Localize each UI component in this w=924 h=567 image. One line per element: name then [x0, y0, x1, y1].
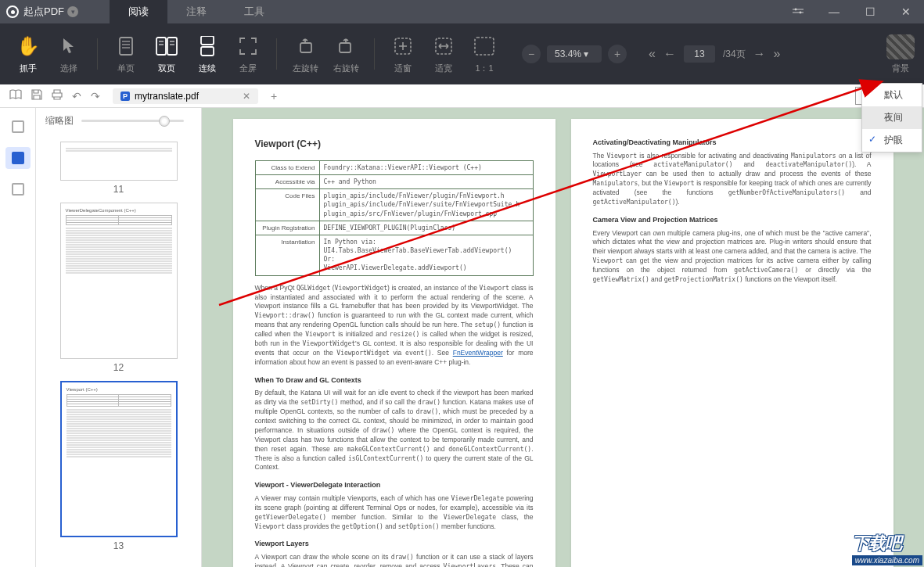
subheading: When To Draw and GL Contexts — [255, 375, 534, 386]
background-menu: 默认 夜间 ✓护眼 — [861, 83, 922, 153]
fit-width-tool[interactable]: 适宽 — [425, 27, 462, 81]
page-total: /34页 — [723, 48, 746, 61]
rotate-right-tool[interactable]: 右旋转 — [327, 27, 365, 81]
maximize-button[interactable]: ☐ — [858, 0, 882, 23]
svg-rect-14 — [300, 43, 311, 52]
slider-handle-icon[interactable] — [159, 116, 170, 127]
rotate-right-icon — [336, 34, 355, 58]
double-page-tool[interactable]: 双页 — [148, 27, 185, 81]
svg-rect-6 — [156, 38, 166, 55]
fullscreen-tool[interactable]: 全屏 — [229, 27, 267, 81]
subheading: Camera View and Projection Matrices — [593, 215, 872, 225]
rail-outline-button[interactable] — [5, 116, 31, 138]
fit-width-icon — [434, 34, 453, 58]
zoom-out-button[interactable]: − — [522, 45, 541, 63]
svg-rect-7 — [167, 38, 177, 55]
hand-tool[interactable]: ✋抓手 — [9, 27, 47, 81]
subheading: Activating/Deactivating Manipulators — [593, 138, 872, 148]
bg-night-option[interactable]: 夜间 — [862, 106, 922, 129]
zoom-in-button[interactable]: + — [608, 45, 627, 63]
mode-tabs: 阅读 注释 工具 — [110, 0, 283, 23]
background-icon — [886, 34, 915, 59]
title-dropdown-icon[interactable]: ▾ — [67, 6, 78, 17]
zoom-value[interactable]: 53.4% ▾ — [547, 45, 602, 63]
rotate-left-tool[interactable]: 左旋转 — [286, 27, 324, 81]
subheading: Viewport - ViewerDelegate Interaction — [255, 480, 534, 490]
fit-window-tool[interactable]: 适窗 — [384, 27, 422, 81]
body-text: By default, the Katana UI will wait for … — [255, 389, 534, 472]
svg-point-1 — [800, 12, 802, 14]
continuous-tool[interactable]: 连续 — [189, 27, 226, 81]
window-controls: — ☐ ✕ — [786, 0, 918, 23]
print-icon[interactable] — [49, 89, 66, 102]
close-button[interactable]: ✕ — [894, 0, 918, 23]
prev-page-button[interactable]: ← — [663, 47, 676, 61]
select-tool[interactable]: 选择 — [50, 27, 88, 81]
page-navigation: « ← /34页 → » — [649, 45, 781, 63]
thumbnail-13[interactable]: Viewport (C++) — [60, 381, 178, 537]
title-bar: 起点PDF ▾ 阅读 注释 工具 — ☐ ✕ — [0, 0, 924, 23]
tab-read[interactable]: 阅读 — [110, 0, 167, 23]
tab-annotate[interactable]: 注释 — [167, 0, 225, 23]
redo-icon[interactable]: ↷ — [88, 90, 103, 102]
hand-icon: ✋ — [16, 34, 40, 58]
continuous-icon — [199, 34, 216, 58]
tab-tools[interactable]: 工具 — [225, 0, 283, 23]
close-tab-icon[interactable]: ✕ — [243, 91, 250, 102]
bg-eye-option[interactable]: ✓护眼 — [862, 129, 922, 152]
thumb-size-slider[interactable] — [81, 120, 184, 122]
file-tab[interactable]: P mytranslate.pdf ✕ — [113, 88, 258, 104]
body-text: Every Viewport can own multiple camera p… — [593, 229, 872, 285]
pdf-viewer[interactable]: Viewport (C++) Class to ExtendFoundry::K… — [202, 108, 924, 567]
book-icon[interactable] — [6, 89, 25, 102]
zoom-controls: − 53.4% ▾ + — [522, 45, 627, 63]
background-button[interactable]: 背景 — [886, 34, 915, 74]
first-page-button[interactable]: « — [649, 47, 656, 61]
minimize-button[interactable]: — — [822, 0, 846, 23]
watermark-text: 下载吧 — [852, 532, 922, 555]
body-text: A Viewport can draw the whole scene on i… — [255, 553, 534, 567]
next-page-button[interactable]: → — [753, 47, 766, 61]
save-icon[interactable] — [28, 89, 45, 102]
svg-point-0 — [795, 9, 797, 11]
main-toolbar: ✋抓手 选择 单页 双页 连续 全屏 左旋转 右旋转 适窗 适宽 1：1 − 5… — [0, 23, 924, 84]
section-heading: Viewport (C++) — [255, 138, 534, 151]
body-text: A Viewer may contain multiple Viewports,… — [255, 494, 534, 532]
api-table: Class to ExtendFoundry::Katana::ViewerAP… — [255, 160, 534, 276]
svg-rect-18 — [475, 38, 494, 55]
undo-icon[interactable]: ↶ — [69, 90, 84, 102]
actual-size-tool[interactable]: 1：1 — [466, 27, 503, 81]
check-icon: ✓ — [868, 134, 876, 145]
body-text: The Viewport is also responsible for act… — [593, 152, 872, 207]
page-left: Viewport (C++) Class to ExtendFoundry::K… — [233, 119, 555, 567]
page-right: Activating/Deactivating Manipulators The… — [571, 119, 893, 567]
rail-bookmarks-button[interactable] — [5, 178, 31, 200]
thumbnails-panel: 缩略图 11 ViewerDelegateComponent (C++) 12 … — [36, 108, 202, 567]
settings-icon[interactable] — [786, 0, 810, 23]
thumbnails-header: 缩略图 — [36, 108, 201, 134]
watermark-url: www.xiazaiba.com — [852, 555, 922, 565]
last-page-button[interactable]: » — [774, 47, 781, 61]
thumb-label: 13 — [59, 540, 178, 551]
single-page-tool[interactable]: 单页 — [107, 27, 145, 81]
single-page-icon — [117, 34, 135, 58]
bg-default-option[interactable]: 默认 — [862, 84, 922, 106]
main-area: 缩略图 11 ViewerDelegateComponent (C++) 12 … — [0, 108, 924, 567]
new-tab-button[interactable]: + — [268, 90, 280, 102]
thumbnails-list[interactable]: 11 ViewerDelegateComponent (C++) 12 View… — [36, 134, 201, 567]
svg-rect-2 — [120, 38, 132, 55]
svg-rect-13 — [201, 47, 214, 56]
thumbnail-12[interactable]: ViewerDelegateComponent (C++) — [60, 203, 178, 359]
svg-rect-12 — [201, 36, 214, 45]
file-tabbar: ↶ ↷ P mytranslate.pdf ✕ + 查找文 — [0, 84, 924, 108]
one-to-one-icon — [474, 34, 494, 58]
page-number-input[interactable] — [684, 45, 715, 63]
thumb-label: 11 — [59, 184, 178, 195]
pdf-badge-icon: P — [120, 92, 130, 101]
file-name: mytranslate.pdf — [135, 91, 199, 102]
page-spread: Viewport (C++) Class to ExtendFoundry::K… — [213, 119, 913, 567]
thumbnail-11[interactable] — [60, 142, 178, 181]
rail-thumbnails-button[interactable] — [5, 147, 31, 169]
subheading: Viewport Layers — [255, 539, 534, 549]
watermark: 下载吧 www.xiazaiba.com — [852, 532, 922, 565]
